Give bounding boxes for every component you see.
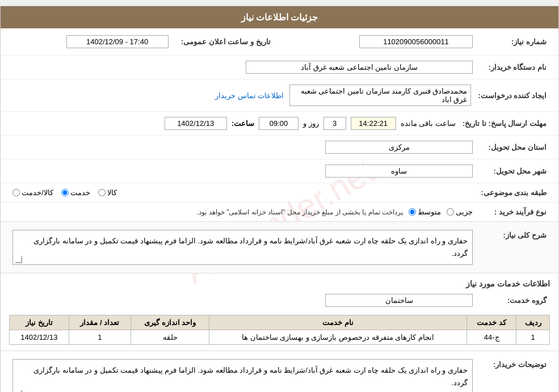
buyer-desc-label: توضیحات خریدار: [493, 360, 547, 369]
radio-goods-service[interactable]: کالا/خدمت [12, 188, 53, 197]
deadline-clock: 14:22:21 [351, 117, 396, 130]
table-row: 1ج-44انجام کارهای متفرقه درخصوص بازسازی … [10, 330, 550, 345]
response-deadline-label: مهلت ارسال پاسخ: تا تاریخ: [459, 115, 550, 132]
deadline-date: 1402/12/13 [165, 117, 227, 130]
requester-value: محمدصادق فنبری کارمند سازمان تامین اجتما… [289, 85, 471, 106]
buyer-org-label: نام دستگاه خریدار: [476, 58, 550, 76]
radio-goods[interactable]: کالا [98, 188, 117, 197]
col-header-row: ردیف [516, 315, 550, 330]
buyer-desc-text: حفاری و راه اندازی یک حلقه چاه ارت شعبه … [12, 359, 473, 392]
col-header-date: تاریخ نیاز [10, 315, 69, 330]
process-note: پرداخت تمام یا بخشی از مبلغ خریداز محل "… [197, 208, 403, 216]
service-group-value: ساختمان [325, 294, 473, 307]
table-cell-1: ج-44 [466, 330, 516, 345]
goods-label: کالا [107, 188, 117, 197]
province-value: مرکزی [325, 141, 473, 154]
service-label: خدمت [70, 188, 90, 197]
table-cell-3: حلقه [131, 330, 209, 345]
need-number-value: 1102090056000011 [359, 35, 473, 48]
service-info-title: اطلاعات خدمات مورد نیاز [9, 279, 550, 288]
deadline-time-label: ساعت: [232, 119, 254, 128]
announce-value: 1402/12/09 - 17:40 [66, 35, 169, 48]
need-number-label: شماره نیاز: [476, 33, 550, 50]
city-label: شهر محل تحویل: [476, 162, 550, 180]
table-cell-0: 1 [516, 330, 550, 345]
radio-partial[interactable]: جزیی [447, 208, 473, 216]
col-header-unit: واحد اندازه گیری [131, 315, 209, 330]
table-cell-4: 1 [69, 330, 131, 345]
radio-medium[interactable]: متوسط [409, 208, 441, 216]
deadline-time: 09:00 [259, 117, 299, 130]
col-header-code: کد خدمت [466, 315, 516, 330]
deadline-remaining-label: ساعت باقی مانده [401, 119, 456, 128]
table-cell-5: 1402/12/13 [10, 330, 69, 345]
deadline-days-label: روز و [303, 119, 319, 128]
announce-label: تاریخ و ساعت اعلان عمومی: [172, 33, 274, 50]
province-label: استان محل تحویل: [476, 138, 550, 156]
table-cell-2: انجام کارهای متفرقه درخصوص بازسازی و بهس… [209, 330, 467, 345]
need-description-text: حفاری و راه اندازی یک حلقه چاه ارت شعبه … [12, 230, 473, 265]
goods-service-label: کالا/خدمت [22, 188, 53, 197]
col-header-qty: تعداد / مقدار [69, 315, 131, 330]
partial-label: جزیی [456, 208, 473, 216]
radio-service[interactable]: خدمت [61, 188, 90, 197]
page-title: جزئیات اطلاعات نیاز [241, 12, 318, 22]
contact-link[interactable]: اطلاعات تماس خریدار [215, 91, 284, 100]
requester-label: ایجاد کننده درخواست: [474, 82, 550, 108]
category-label: طبقه بندی موضوعی: [476, 186, 550, 199]
buyer-org-value: سازمان تامین اجتماعی شعبه غرق آباد [246, 61, 473, 74]
service-group-label: گروه خدمت: [476, 292, 550, 309]
col-header-name: نام خدمت [209, 315, 467, 330]
city-value: ساوه [325, 165, 473, 178]
need-description-label: شرح کلی نیاز: [503, 231, 547, 239]
medium-label: متوسط [418, 208, 441, 216]
process-label: نوع فرآیند خرید : [476, 205, 550, 218]
deadline-days: 3 [323, 117, 346, 130]
